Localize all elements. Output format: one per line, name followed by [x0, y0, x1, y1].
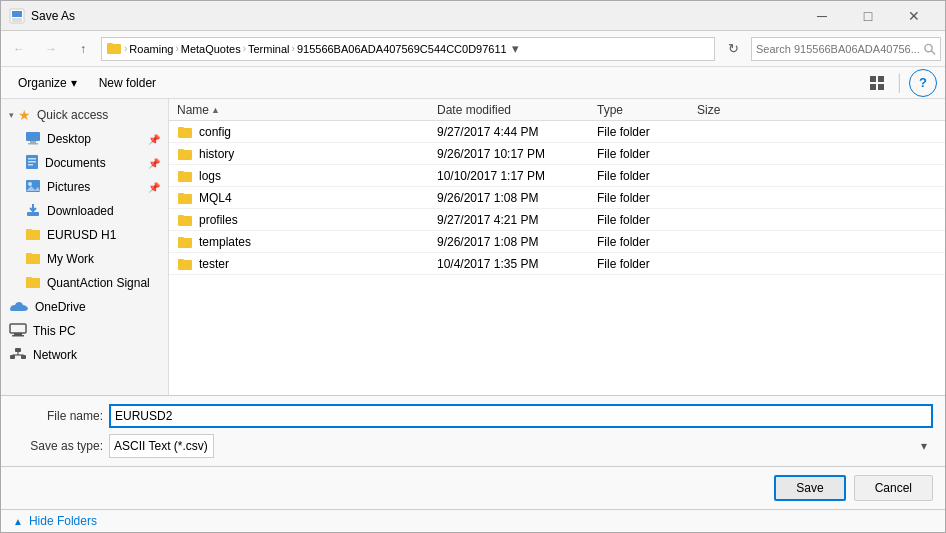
search-input[interactable] — [756, 43, 923, 55]
file-name: history — [199, 147, 437, 161]
thispc-label: This PC — [33, 324, 76, 338]
breadcrumb: › Roaming › MetaQuotes › Terminal › 9155… — [106, 40, 507, 58]
file-type: File folder — [597, 191, 697, 205]
sidebar-item-quantaction[interactable]: QuantAction Signal — [1, 271, 168, 295]
svg-rect-33 — [12, 335, 24, 337]
organize-label: Organize — [18, 76, 67, 90]
table-row[interactable]: tester 10/4/2017 1:35 PM File folder — [169, 253, 945, 275]
pictures-pin-icon: 📌 — [148, 182, 160, 193]
footer-buttons: Save Cancel — [1, 466, 945, 509]
forward-button[interactable]: → — [37, 35, 65, 63]
documents-pin-icon: 📌 — [148, 158, 160, 169]
main-content: ▾ ★ Quick access Desktop 📌 Documents 📌 — [1, 99, 945, 395]
sidebar-item-thispc[interactable]: This PC — [1, 319, 168, 343]
svg-rect-32 — [14, 333, 22, 335]
svg-rect-51 — [178, 237, 184, 240]
svg-rect-9 — [870, 84, 876, 90]
sidebar-item-network[interactable]: Network — [1, 343, 168, 367]
svg-rect-53 — [178, 259, 184, 262]
sidebar-item-eurusd[interactable]: EURUSD H1 — [1, 223, 168, 247]
view-button[interactable] — [863, 69, 891, 97]
table-row[interactable]: logs 10/10/2017 1:17 PM File folder — [169, 165, 945, 187]
help-button[interactable]: ? — [909, 69, 937, 97]
back-button[interactable]: ← — [5, 35, 33, 63]
file-type: File folder — [597, 213, 697, 227]
desktop-pin-icon: 📌 — [148, 134, 160, 145]
svg-rect-35 — [10, 355, 15, 359]
organize-button[interactable]: Organize ▾ — [9, 71, 86, 95]
column-type[interactable]: Type — [597, 103, 697, 117]
breadcrumb-roaming: Roaming — [129, 43, 173, 55]
eurusd-label: EURUSD H1 — [47, 228, 116, 242]
file-date: 9/26/2017 1:08 PM — [437, 191, 597, 205]
column-name[interactable]: Name ▲ — [177, 103, 437, 117]
hide-folders-bar[interactable]: ▲ Hide Folders — [1, 509, 945, 532]
new-folder-button[interactable]: New folder — [90, 71, 165, 95]
svg-point-5 — [925, 44, 932, 51]
sidebar-item-onedrive[interactable]: OneDrive — [1, 295, 168, 319]
file-type: File folder — [597, 235, 697, 249]
address-dropdown-button[interactable]: ▾ — [507, 38, 525, 60]
sidebar-item-mywork[interactable]: My Work — [1, 247, 168, 271]
refresh-button[interactable]: ↻ — [719, 35, 747, 63]
svg-rect-30 — [26, 277, 32, 280]
address-bar[interactable]: › Roaming › MetaQuotes › Terminal › 9155… — [101, 37, 715, 61]
sidebar-item-desktop[interactable]: Desktop 📌 — [1, 127, 168, 151]
table-row[interactable]: config 9/27/2017 4:44 PM File folder — [169, 121, 945, 143]
desktop-label: Desktop — [47, 132, 91, 146]
file-name: MQL4 — [199, 191, 437, 205]
sidebar-quick-access-header[interactable]: ▾ ★ Quick access — [1, 103, 168, 127]
up-button[interactable]: ↑ — [69, 35, 97, 63]
svg-rect-16 — [28, 161, 36, 163]
folder-icon — [177, 147, 193, 160]
table-row[interactable]: history 9/26/2017 10:17 PM File folder — [169, 143, 945, 165]
table-row[interactable]: templates 9/26/2017 1:08 PM File folder — [169, 231, 945, 253]
file-type: File folder — [597, 147, 697, 161]
search-box[interactable] — [751, 37, 941, 61]
organize-toolbar: Organize ▾ New folder │ ? — [1, 67, 945, 99]
svg-rect-4 — [107, 43, 113, 46]
svg-point-19 — [28, 182, 32, 186]
file-date: 9/27/2017 4:21 PM — [437, 213, 597, 227]
svg-rect-13 — [28, 143, 38, 145]
cancel-button[interactable]: Cancel — [854, 475, 933, 501]
column-size[interactable]: Size — [697, 103, 777, 117]
eurusd-folder-icon — [25, 227, 41, 243]
save-button[interactable]: Save — [774, 475, 845, 501]
file-date: 9/27/2017 4:44 PM — [437, 125, 597, 139]
svg-rect-10 — [878, 84, 884, 90]
svg-rect-12 — [30, 141, 36, 143]
sidebar-item-documents[interactable]: Documents 📌 — [1, 151, 168, 175]
column-date-modified[interactable]: Date modified — [437, 103, 597, 117]
savetype-wrapper: ASCII Text (*.csv) — [109, 434, 933, 458]
hide-folders-label: Hide Folders — [29, 514, 97, 528]
table-row[interactable]: profiles 9/27/2017 4:21 PM File folder — [169, 209, 945, 231]
svg-rect-17 — [28, 164, 33, 166]
sidebar-item-pictures[interactable]: Pictures 📌 — [1, 175, 168, 199]
svg-rect-8 — [878, 76, 884, 82]
svg-rect-47 — [178, 193, 184, 196]
folder-icon — [177, 213, 193, 226]
svg-marker-24 — [30, 209, 36, 212]
maximize-button[interactable]: □ — [845, 1, 891, 31]
view-separator: │ — [895, 74, 905, 92]
view-icon — [869, 75, 885, 91]
file-name: templates — [199, 235, 437, 249]
close-button[interactable]: ✕ — [891, 1, 937, 31]
svg-rect-1 — [12, 11, 22, 17]
file-name: config — [199, 125, 437, 139]
breadcrumb-folder-icon — [106, 40, 122, 58]
table-row[interactable]: MQL4 9/26/2017 1:08 PM File folder — [169, 187, 945, 209]
filename-input[interactable] — [109, 404, 933, 428]
minimize-button[interactable]: ─ — [799, 1, 845, 31]
documents-label: Documents — [45, 156, 106, 170]
sidebar-item-downloaded[interactable]: Downloaded — [1, 199, 168, 223]
svg-rect-34 — [15, 348, 21, 352]
savetype-select[interactable]: ASCII Text (*.csv) — [109, 434, 214, 458]
folder-icon — [177, 125, 193, 138]
svg-rect-26 — [26, 229, 32, 232]
file-name: logs — [199, 169, 437, 183]
dialog-icon — [9, 8, 25, 24]
filename-row: File name: — [13, 404, 933, 428]
svg-rect-2 — [12, 18, 22, 22]
